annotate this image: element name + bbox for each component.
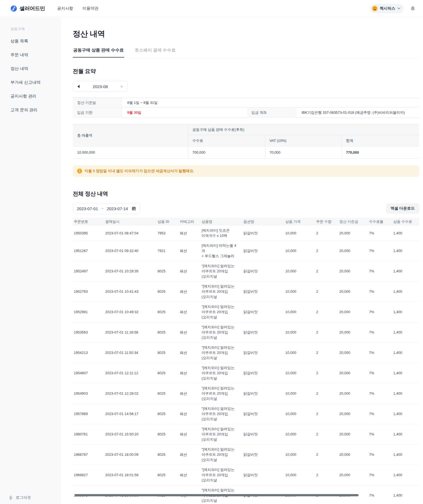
sidebar-item-settlements[interactable]: 정산 내역 xyxy=(10,66,61,71)
cell-order-no: 1954903 xyxy=(73,383,103,404)
top-navigation: 공지사항 이용약관 xyxy=(57,6,99,11)
cell-category: 패션 xyxy=(178,363,199,383)
cell-option: 닭갈비맛 xyxy=(241,465,283,485)
cell-base: 20,000 xyxy=(337,363,367,383)
nav-terms-link[interactable]: 이용약관 xyxy=(83,6,99,11)
cell-option: 닭갈비맛 xyxy=(241,404,283,424)
cell-category: 패션 xyxy=(178,322,199,343)
sidebar-item-products[interactable]: 상품 목록 xyxy=(10,39,61,44)
tab-tosspay-fee[interactable]: 토스페이 결제 수수료 xyxy=(134,47,176,57)
table-row[interactable]: 1960761 2023-07-01 15:50:20 8025 패션 "[에치… xyxy=(73,424,419,445)
table-row[interactable]: 1968787 2023-07-01 18:00:09 8025 패션 "[에치… xyxy=(73,445,419,465)
cell-qty: 2 xyxy=(314,302,337,322)
horizontal-scrollbar-thumb[interactable] xyxy=(75,494,359,496)
cell-price: 10,000 xyxy=(283,281,314,302)
cell-price: 10,000 xyxy=(283,445,314,465)
table-row[interactable]: 1952763 2023-07-01 10:41:43 8025 패션 "[에치… xyxy=(73,281,419,302)
table-row[interactable]: 1953563 2023-07-01 11:16:58 8025 패션 "[에치… xyxy=(73,322,419,343)
notification-bell-icon[interactable] xyxy=(410,6,416,12)
cell-qty: 2 xyxy=(314,424,337,445)
calendar-icon[interactable] xyxy=(131,206,136,211)
cell-paid-at: 2023-07-01 11:50:34 xyxy=(103,343,155,363)
cell-base: 20,000 xyxy=(337,281,367,302)
cell-category: 패션 xyxy=(178,261,199,281)
cell-option: 닭갈비맛 xyxy=(241,322,283,343)
nav-notices-link[interactable]: 공지사항 xyxy=(57,6,73,11)
cell-fee: 1,400 xyxy=(391,343,419,363)
excel-download-button[interactable]: 엑셀 다운로드 xyxy=(386,203,419,214)
vat-header: VAT (10%) xyxy=(265,135,341,147)
cell-base: 20,000 xyxy=(337,302,367,322)
cell-product-name: "[에치와이] 얼려있는 야쿠르트 20개입 (오리지널 xyxy=(199,424,241,445)
cell-order-no: 1954213 xyxy=(73,343,103,363)
cell-fee: 1,400 xyxy=(391,363,419,383)
cell-option: 닭갈비맛 xyxy=(241,363,283,383)
cell-fee: 1,400 xyxy=(391,322,419,343)
sidebar-item-notice-management[interactable]: 공지사항 관리 xyxy=(10,94,61,99)
cell-paid-at: 2023-07-01 11:16:58 xyxy=(103,322,155,343)
cell-price: 10,000 xyxy=(283,226,314,241)
table-row[interactable]: 1952981 2023-07-01 10:49:32 8025 패션 "[에치… xyxy=(73,302,419,322)
cell-option: 닭갈비맛 xyxy=(241,343,283,363)
app-logo-icon xyxy=(10,5,17,12)
next-month-button[interactable] xyxy=(121,85,123,88)
settlement-table-header: 주문번호 결제일시 상품 ID 카테고리 상품명 옵션명 상품 가격 주문 수량… xyxy=(73,218,419,226)
fee-summary-table: 총 매출액 공동구매 상품 판매 수수료(후취) 수수료 VAT (10%) 합… xyxy=(73,124,419,159)
cell-order-no: 1968787 xyxy=(73,445,103,465)
cell-product-id: 8025 xyxy=(155,424,178,445)
table-row[interactable]: 1957869 2023-07-01 14:56:17 8025 패션 "[에치… xyxy=(73,404,419,424)
cell-option: 닭갈비맛 xyxy=(241,226,283,241)
cell-product-id: 8025 xyxy=(155,465,178,485)
date-from-value[interactable]: 2023-07-01 xyxy=(77,206,98,211)
tab-group-purchase-fee[interactable]: 공동구매 상품 판매 수수료 xyxy=(73,47,124,58)
prev-month-button[interactable] xyxy=(77,85,80,88)
cell-product-id: 7921 xyxy=(155,241,178,261)
col-rate: 수수료율 xyxy=(367,218,391,226)
settlement-period-value: 8월 1일 ~ 8월 31일 xyxy=(122,98,419,107)
table-row[interactable]: 1950395 2023-07-01 08:47:04 7953 패션 [에치와… xyxy=(73,226,419,241)
col-fee: 상품 수수료 xyxy=(391,218,419,226)
deposit-due-value: 9월 30일 xyxy=(122,108,247,117)
date-range-picker[interactable]: 2023-07-01 ~ 2023-07-14 xyxy=(73,203,140,214)
fee-header: 수수료 xyxy=(188,135,265,147)
sidebar-section-label: 공동구매 xyxy=(10,26,61,31)
table-row[interactable]: 1954903 2023-07-01 12:28:02 8025 패션 "[에치… xyxy=(73,383,419,404)
sum-value: 770,000 xyxy=(341,147,419,159)
table-row[interactable]: 1954213 2023-07-01 11:50:34 8025 패션 "[에치… xyxy=(73,343,419,363)
cell-base: 20,000 xyxy=(337,322,367,343)
cell-order-no: 1968827 xyxy=(73,465,103,485)
user-menu-button[interactable]: 젝시믹스 xyxy=(370,4,404,13)
cell-fee: 1,400 xyxy=(391,226,419,241)
cell-fee: 1,400 xyxy=(391,424,419,445)
cell-product-name: "[에치와이] 얼려있는 야쿠르트 20개입 (오리지널 xyxy=(199,465,241,485)
cell-rate: 7% xyxy=(367,281,391,302)
brand-logo[interactable]: 셀러어드민 xyxy=(10,5,45,12)
table-row[interactable]: 1951267 2023-07-01 09:32:40 7921 패션 [에치와… xyxy=(73,241,419,261)
cell-order-no: 1953563 xyxy=(73,322,103,343)
col-price: 상품 가격 xyxy=(283,218,314,226)
cell-category: 패션 xyxy=(178,226,199,241)
table-row[interactable]: 1954607 2023-07-01 12:11:12 8025 패션 "[에치… xyxy=(73,363,419,383)
sidebar-item-customer-inquiries[interactable]: 고객 문의 관리 xyxy=(10,107,61,113)
settlement-table-body: 1950395 2023-07-01 08:47:04 7953 패션 [에치와… xyxy=(73,226,419,504)
cell-base: 20,000 xyxy=(337,261,367,281)
table-row[interactable]: 1968827 2023-07-01 18:01:58 8025 패션 "[에치… xyxy=(73,465,419,485)
sidebar: 공동구매 상품 목록 주문 내역 정산 내역 부가세 신고내역 공지사항 관리 … xyxy=(0,17,61,504)
cell-product-name: "[에치와이] 얼려있는 야쿠르트 20개입 (오리지널 xyxy=(199,302,241,322)
col-paid-at: 결제일시 xyxy=(103,218,155,226)
table-row[interactable]: 1952497 2023-07-01 10:29:35 8025 패션 "[에치… xyxy=(73,261,419,281)
cell-product-name: "[에치와이] 얼려있는 야쿠르트 20개입 (오리지널 xyxy=(199,363,241,383)
cell-rate: 7% xyxy=(367,404,391,424)
cell-product-name: "[에치와이] 얼려있는 야쿠르트 20개입 (오리지널 xyxy=(199,343,241,363)
sidebar-item-vat-reports[interactable]: 부가세 신고내역 xyxy=(10,80,61,85)
date-to-value[interactable]: 2023-07-14 xyxy=(107,206,128,211)
sum-header: 합계 xyxy=(341,135,419,147)
col-option: 옵션명 xyxy=(241,218,283,226)
cell-price: 10,000 xyxy=(283,424,314,445)
cell-product-name: "[에치와이] 얼려있는 야쿠르트 20개입 (오리지널 xyxy=(199,445,241,465)
col-product-name: 상품명 xyxy=(199,218,241,226)
sidebar-item-orders[interactable]: 주문 내역 xyxy=(10,52,61,58)
main-content: 정산 내역 공동구매 상품 판매 수수료 토스페이 결제 수수료 전월 요약 2… xyxy=(61,17,423,504)
logout-button[interactable]: 로그아웃 xyxy=(9,495,31,500)
cell-price: 10,000 xyxy=(283,322,314,343)
